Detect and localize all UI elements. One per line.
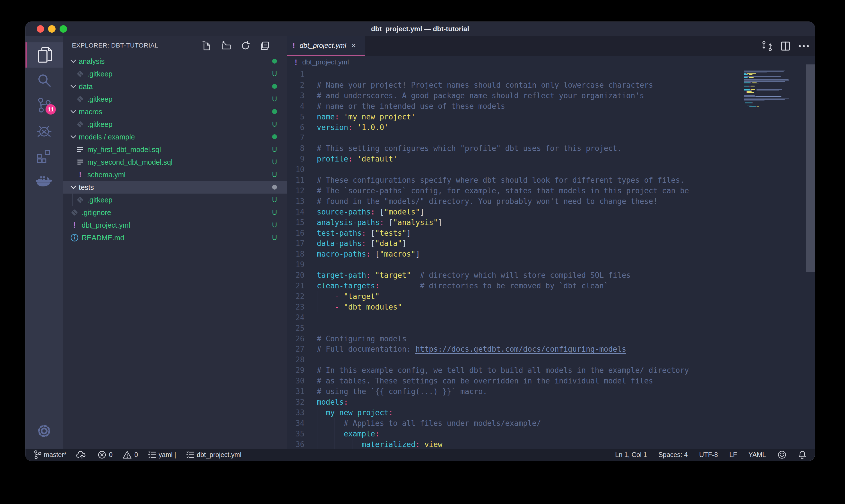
title-bar[interactable]: dbt_project.yml — dbt-tutorial: [25, 22, 815, 36]
code-line[interactable]: # Name your project! Project names shoul…: [317, 80, 653, 90]
code-line[interactable]: # This setting configures which "profile…: [317, 143, 622, 154]
code-token: [317, 292, 335, 301]
code-line[interactable]: # The `source-paths` config, for example…: [317, 185, 689, 196]
scrollbar-thumb[interactable]: [806, 65, 815, 272]
debug-icon: [36, 123, 52, 139]
activity-settings[interactable]: [25, 418, 63, 444]
status-cloud-upload[interactable]: [76, 450, 88, 459]
status-master[interactable]: master*: [34, 450, 67, 460]
minimap-line: [752, 87, 756, 87]
search-icon: [37, 73, 52, 88]
code-line[interactable]: materialized: view: [317, 439, 442, 450]
tree-folder-tests[interactable]: tests: [63, 181, 287, 194]
close-tab-icon[interactable]: ×: [352, 41, 356, 50]
code-line[interactable]: macro-paths: ["macros"]: [317, 249, 420, 259]
code-line[interactable]: # as tables. These settings can be overr…: [317, 376, 653, 386]
tree-file--gitkeep[interactable]: .gitkeepU: [63, 68, 287, 80]
code-line[interactable]: analysis-paths: ["analysis"]: [317, 217, 442, 228]
refresh-button[interactable]: [239, 39, 252, 52]
code-token: "data": [375, 239, 402, 248]
tree-item-label: .gitkeep: [87, 95, 112, 103]
code-line[interactable]: # Applies to all files under models/exam…: [317, 418, 541, 429]
tree-file--gitkeep[interactable]: .gitkeepU: [63, 194, 287, 206]
tree-item-label: models / example: [79, 133, 135, 141]
activity-files[interactable]: [25, 42, 63, 68]
code-line[interactable]: source-paths: ["models"]: [317, 207, 425, 217]
collapse-all-button[interactable]: [258, 39, 271, 52]
code-line[interactable]: example:: [317, 429, 379, 439]
code-line[interactable]: # using the `{{ config(...) }}` macro.: [317, 386, 487, 397]
code-token: [420, 440, 425, 449]
tree-file-readme-md[interactable]: README.mdU: [63, 231, 287, 244]
code-line[interactable]: # found in the "models/" directory. You …: [317, 196, 658, 207]
code-line[interactable]: data-paths: ["data"]: [317, 238, 407, 249]
tree-file--gitignore[interactable]: .gitignoreU: [63, 206, 287, 219]
status-bell[interactable]: [798, 450, 807, 459]
code-line[interactable]: my_new_project:: [317, 408, 393, 418]
code-line[interactable]: name: 'my_new_project': [317, 112, 415, 122]
split-button[interactable]: [780, 41, 791, 51]
code-line[interactable]: # and underscores. A good package name s…: [317, 90, 644, 101]
minimap-line: [748, 74, 748, 75]
status-utf-8[interactable]: UTF-8: [699, 451, 718, 459]
status-yaml[interactable]: yaml |: [148, 450, 176, 459]
activity-search[interactable]: [25, 68, 63, 93]
code-line[interactable]: # These configurations specify where dbt…: [317, 175, 685, 185]
code-line[interactable]: target-path: "target" # directory which …: [317, 270, 631, 281]
activity-debug[interactable]: [25, 118, 63, 143]
code-token: ]: [415, 250, 420, 258]
status-yaml[interactable]: YAML: [749, 451, 766, 459]
tree-file--gitkeep[interactable]: .gitkeepU: [63, 118, 287, 130]
tree-folder-macros[interactable]: macros: [63, 105, 287, 118]
code-line[interactable]: - "target": [317, 291, 379, 302]
tree-file-schema-yml[interactable]: !schema.ymlU: [63, 168, 287, 181]
tree-file--gitkeep[interactable]: .gitkeepU: [63, 93, 287, 105]
status-dbt-project-yml[interactable]: dbt_project.yml: [186, 450, 241, 459]
breadcrumb[interactable]: ! dbt_project.yml: [287, 56, 815, 68]
line-number: 8: [287, 143, 305, 154]
code-line[interactable]: profile: 'default': [317, 154, 398, 164]
tree-folder-data[interactable]: data: [63, 80, 287, 93]
status-spaces-4[interactable]: Spaces: 4: [659, 451, 688, 459]
activity-source-control[interactable]: 11: [25, 93, 63, 118]
code-line[interactable]: # Configuring models: [317, 334, 407, 344]
code-editor[interactable]: 12# Name your project! Project names sho…: [287, 68, 815, 449]
minimap[interactable]: [742, 69, 806, 183]
window-title: dbt_project.yml — dbt-tutorial: [25, 25, 815, 33]
activity-extensions[interactable]: [25, 143, 63, 168]
tree-file-dbt-project-yml[interactable]: !dbt_project.ymlU: [63, 219, 287, 231]
code-line[interactable]: test-paths: ["tests"]: [317, 228, 411, 238]
code-line[interactable]: - "dbt_modules": [317, 302, 402, 312]
doc-link[interactable]: https://docs.getdbt.com/docs/configuring…: [415, 345, 626, 354]
tree-file-my-second-dbt-model-sql[interactable]: my_second_dbt_model.sqlU: [63, 156, 287, 168]
new-folder-button[interactable]: [220, 39, 233, 52]
status-smiley[interactable]: [777, 450, 787, 459]
code-line[interactable]: # In this example config, we tell dbt to…: [317, 365, 689, 376]
status-lf[interactable]: LF: [729, 451, 737, 459]
tree-folder-models-example[interactable]: models / example: [63, 130, 287, 143]
minimap-line: [751, 90, 752, 90]
code-line[interactable]: models:: [317, 397, 348, 408]
code-line[interactable]: version: '1.0.0': [317, 122, 389, 133]
code-token: analysis-paths: [317, 218, 379, 227]
code-line[interactable]: # Full documentation: https://docs.getdb…: [317, 344, 626, 355]
code-token: "target": [344, 292, 379, 301]
compare-button[interactable]: [761, 40, 773, 52]
status-0[interactable]: 0: [97, 450, 112, 459]
code-line[interactable]: # name or the intended use of these mode…: [317, 101, 505, 112]
breadcrumb-file[interactable]: dbt_project.yml: [302, 58, 349, 66]
code-token: "target": [375, 271, 411, 280]
minimap-line: [756, 89, 782, 89]
tree-file-my-first-dbt-model-sql[interactable]: my_first_dbt_model.sqlU: [63, 143, 287, 156]
tree-folder-analysis[interactable]: analysis: [63, 55, 287, 68]
status-ln-1-col-1[interactable]: Ln 1, Col 1: [615, 451, 647, 459]
new-file-button[interactable]: [201, 39, 213, 52]
line-number: 26: [287, 334, 305, 344]
git-modified-dot: [272, 83, 277, 90]
activity-docker[interactable]: [25, 168, 63, 194]
code-line[interactable]: clean-targets: # directories to be remov…: [317, 281, 608, 291]
status-0[interactable]: 0: [122, 450, 138, 459]
git-icon: [76, 95, 85, 103]
tab-dbt-project-yml[interactable]: ! dbt_project.yml ×: [287, 36, 365, 56]
code-token: [339, 112, 344, 121]
